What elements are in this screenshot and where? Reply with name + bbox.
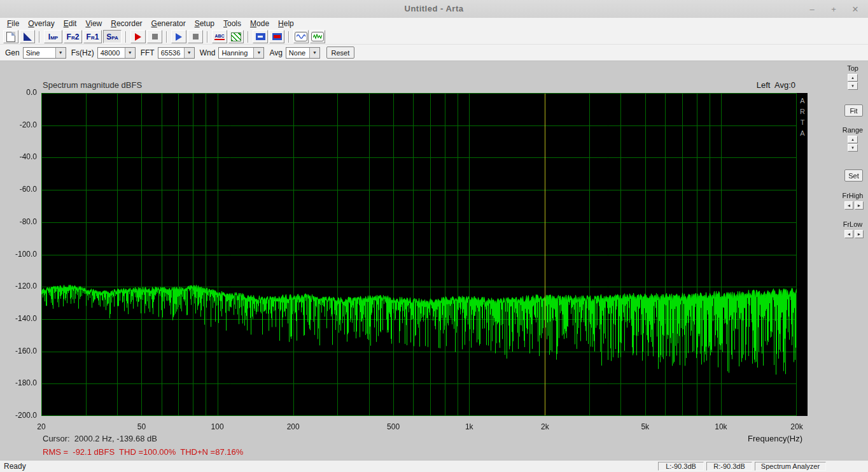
green-hatch-icon <box>231 32 241 41</box>
menu-item-overlay[interactable]: Overlay <box>24 18 59 29</box>
play-stop-button[interactable] <box>188 30 203 43</box>
window-function-value: Hanning <box>219 49 253 57</box>
dropdown-arrow-icon[interactable]: ▼ <box>253 48 263 58</box>
averaging-select[interactable]: None ▼ <box>286 47 320 59</box>
window-function-select[interactable]: Hanning ▼ <box>218 47 264 59</box>
dropdown-arrow-icon[interactable]: ▼ <box>125 48 135 58</box>
x-tick-label: 20 <box>37 422 45 431</box>
generator-type-select[interactable]: Sine ▼ <box>23 47 66 59</box>
frhigh-right-button[interactable]: ► <box>855 201 864 210</box>
menu-item-edit[interactable]: Edit <box>59 18 81 29</box>
overlay-button[interactable] <box>20 30 35 43</box>
frlow-left-button[interactable]: ◄ <box>844 230 853 238</box>
abc-labels-icon: ABC <box>214 34 224 40</box>
new-file-button[interactable] <box>3 30 18 43</box>
averaging-value: None <box>286 49 309 57</box>
overlay-corner-icon <box>24 32 32 41</box>
x-tick-label: 10k <box>715 422 727 431</box>
menubar: File Overlay Edit View Recorder Generato… <box>0 18 868 29</box>
record-button[interactable] <box>130 30 146 43</box>
mode-fr2-button[interactable]: Fr2 <box>64 30 82 43</box>
toolbar-separator <box>248 31 249 43</box>
new-file-icon <box>6 32 15 42</box>
x-tick-label: 5k <box>641 422 649 431</box>
sine-generator-button[interactable] <box>293 30 309 43</box>
fft-label: FFT <box>141 48 155 57</box>
fft-size-value: 65536 <box>158 49 184 57</box>
menu-item-help[interactable]: Help <box>274 18 298 29</box>
y-tick-label: -140.0 <box>1 314 37 323</box>
dropdown-arrow-icon[interactable]: ▼ <box>55 48 66 58</box>
set-button[interactable]: Set <box>844 169 863 182</box>
menu-item-generator[interactable]: Generator <box>147 18 190 29</box>
range-up-button[interactable]: ▲ <box>848 136 858 143</box>
y-tick-label: -20.0 <box>1 120 37 129</box>
spectrum-canvas[interactable] <box>41 93 797 416</box>
range-down-button[interactable]: ▼ <box>848 144 858 152</box>
toolbar-separator <box>288 31 290 43</box>
menu-item-setup[interactable]: Setup <box>190 18 219 29</box>
right-arrow-icon: ► <box>857 203 862 208</box>
labels-button[interactable]: ABC <box>212 30 227 43</box>
mode-indicator: Spectrum Analyzer <box>755 462 826 471</box>
y-tick-label: -200.0 <box>1 411 37 420</box>
sample-rate-select[interactable]: 48000 ▼ <box>97 47 136 59</box>
mode-imp-button[interactable]: Imp <box>44 30 62 43</box>
up-arrow-icon: ▲ <box>851 138 855 141</box>
stop-icon <box>193 34 199 39</box>
plot-client-area: Spectrum magnitude dBFS Left Avg:0 A R T… <box>0 61 868 461</box>
channel-average-info: Left Avg:0 <box>757 80 795 90</box>
menu-item-tools[interactable]: Tools <box>219 18 246 29</box>
dropdown-arrow-icon[interactable]: ▼ <box>309 48 319 58</box>
y-tick-label: -80.0 <box>1 217 37 226</box>
titlebar[interactable]: Untitled - Arta – + ✕ <box>0 0 868 18</box>
window-title: Untitled - Arta <box>0 4 868 13</box>
frlow-label: FrLow <box>839 220 867 228</box>
record-stop-button[interactable] <box>147 30 162 43</box>
gen-label: Gen <box>5 48 20 57</box>
noise-generator-button[interactable] <box>310 30 325 43</box>
status-ready-text: Ready <box>4 462 26 471</box>
play-blue-icon <box>176 33 182 41</box>
menu-item-mode[interactable]: Mode <box>246 18 274 29</box>
fft-size-select[interactable]: 65536 ▼ <box>158 47 195 59</box>
right-arrow-icon: ► <box>857 232 862 236</box>
dropdown-arrow-icon[interactable]: ▼ <box>184 48 194 58</box>
level-meter-button[interactable] <box>269 30 284 43</box>
y-tick-label: -60.0 <box>1 185 37 194</box>
plot-title: Spectrum magnitude dBFS <box>43 80 142 90</box>
fs-label: Fs(Hz) <box>71 48 94 57</box>
y-tick-label: 0.0 <box>1 88 37 97</box>
y-tick-label: -40.0 <box>1 152 37 161</box>
minimize-button[interactable]: – <box>806 3 818 15</box>
menu-item-view[interactable]: View <box>81 18 106 29</box>
mic-gain-button[interactable] <box>253 30 268 43</box>
x-tick-label: 50 <box>137 422 146 431</box>
top-down-button[interactable]: ▼ <box>848 82 858 90</box>
frlow-right-button[interactable]: ► <box>855 230 864 238</box>
x-tick-label: 2k <box>541 422 549 431</box>
sample-rate-value: 48000 <box>98 49 125 57</box>
reset-button[interactable]: Reset <box>326 46 354 59</box>
level-bar-icon <box>272 33 282 40</box>
mode-fr1-button[interactable]: Fr1 <box>83 30 102 43</box>
toolbar-separator <box>125 31 127 43</box>
mic-gain-icon <box>256 33 265 40</box>
menu-item-file[interactable]: File <box>3 18 24 29</box>
toolbar-separator <box>166 31 167 43</box>
right-level-indicator: R:-90.3dB <box>706 462 752 471</box>
calibrate-button[interactable] <box>228 30 244 43</box>
frhigh-left-button[interactable]: ◄ <box>844 201 853 210</box>
menu-item-recorder[interactable]: Recorder <box>106 18 146 29</box>
y-tick-label: -160.0 <box>1 347 37 355</box>
mode-spa-button[interactable]: Spa <box>103 30 122 43</box>
range-label: Range <box>839 126 867 134</box>
top-up-button[interactable]: ▲ <box>848 74 858 82</box>
fit-button[interactable]: Fit <box>844 104 863 117</box>
stop-icon <box>152 34 158 39</box>
maximize-button[interactable]: + <box>827 3 840 15</box>
arta-watermark: A R T A <box>799 96 806 139</box>
play-button[interactable] <box>171 30 186 43</box>
spectrum-plot: A R T A <box>41 93 808 416</box>
close-button[interactable]: ✕ <box>849 3 862 15</box>
